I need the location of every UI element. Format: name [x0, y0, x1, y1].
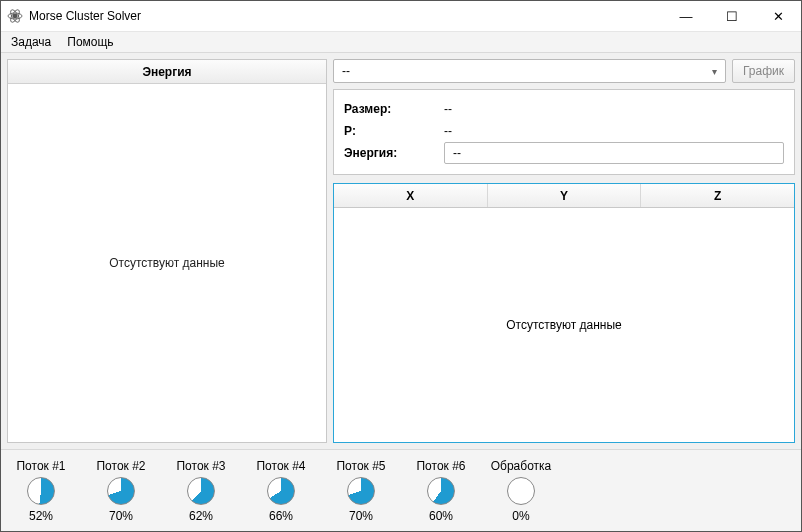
- p-label: P:: [344, 124, 434, 138]
- col-y[interactable]: Y: [488, 184, 642, 207]
- size-label: Размер:: [344, 102, 434, 116]
- thread-1: Поток #152%: [13, 459, 69, 523]
- thread-6: Поток #660%: [413, 459, 469, 523]
- top-row: -- График: [333, 59, 795, 83]
- menu-task[interactable]: Задача: [11, 35, 51, 49]
- selector-combo[interactable]: --: [333, 59, 726, 83]
- thread-value: 0%: [512, 509, 529, 523]
- thread-pie-icon: [27, 477, 55, 505]
- table-empty-text: Отсутствуют данные: [334, 208, 794, 442]
- thread-pie-icon: [507, 477, 535, 505]
- svg-point-0: [13, 14, 18, 19]
- app-icon: [7, 8, 23, 24]
- thread-2: Поток #270%: [93, 459, 149, 523]
- titlebar: Morse Cluster Solver — ☐ ✕: [1, 1, 801, 31]
- energy-label: Энергия:: [344, 146, 434, 160]
- col-z[interactable]: Z: [641, 184, 794, 207]
- p-value: --: [444, 124, 784, 138]
- energy-header: Энергия: [8, 60, 326, 84]
- maximize-button[interactable]: ☐: [709, 1, 755, 31]
- energy-input[interactable]: --: [444, 142, 784, 164]
- size-value: --: [444, 102, 784, 116]
- thread-value: 70%: [349, 509, 373, 523]
- thread-value: 70%: [109, 509, 133, 523]
- thread-pie-icon: [187, 477, 215, 505]
- thread-label: Поток #2: [96, 459, 145, 473]
- info-block: Размер: -- P: -- Энергия: --: [333, 89, 795, 175]
- thread-value: 62%: [189, 509, 213, 523]
- graph-button[interactable]: График: [732, 59, 795, 83]
- client-area: Энергия Отсутствуют данные -- График Раз…: [1, 53, 801, 449]
- close-button[interactable]: ✕: [755, 1, 801, 31]
- thread-label: Поток #4: [256, 459, 305, 473]
- energy-empty-text: Отсутствуют данные: [8, 84, 326, 442]
- threads-bar: Поток #152%Поток #270%Поток #362%Поток #…: [1, 449, 801, 531]
- thread-pie-icon: [107, 477, 135, 505]
- right-panel: -- График Размер: -- P: -- Энергия: -- X: [333, 59, 795, 443]
- energy-panel: Энергия Отсутствуют данные: [7, 59, 327, 443]
- thread-label: Обработка: [491, 459, 552, 473]
- thread-5: Поток #570%: [333, 459, 389, 523]
- thread-label: Поток #6: [416, 459, 465, 473]
- window-title: Morse Cluster Solver: [29, 9, 663, 23]
- thread-value: 60%: [429, 509, 453, 523]
- col-x[interactable]: X: [334, 184, 488, 207]
- table-header: X Y Z: [334, 184, 794, 208]
- thread-7: Обработка0%: [493, 459, 549, 523]
- coord-table: X Y Z Отсутствуют данные: [333, 183, 795, 443]
- selector-value: --: [342, 64, 350, 78]
- thread-label: Поток #1: [16, 459, 65, 473]
- thread-pie-icon: [267, 477, 295, 505]
- thread-value: 52%: [29, 509, 53, 523]
- thread-pie-icon: [427, 477, 455, 505]
- thread-label: Поток #5: [336, 459, 385, 473]
- thread-value: 66%: [269, 509, 293, 523]
- thread-3: Поток #362%: [173, 459, 229, 523]
- thread-4: Поток #466%: [253, 459, 309, 523]
- menu-help[interactable]: Помощь: [67, 35, 113, 49]
- minimize-button[interactable]: —: [663, 1, 709, 31]
- thread-pie-icon: [347, 477, 375, 505]
- menubar: Задача Помощь: [1, 31, 801, 53]
- thread-label: Поток #3: [176, 459, 225, 473]
- energy-value: --: [453, 146, 461, 160]
